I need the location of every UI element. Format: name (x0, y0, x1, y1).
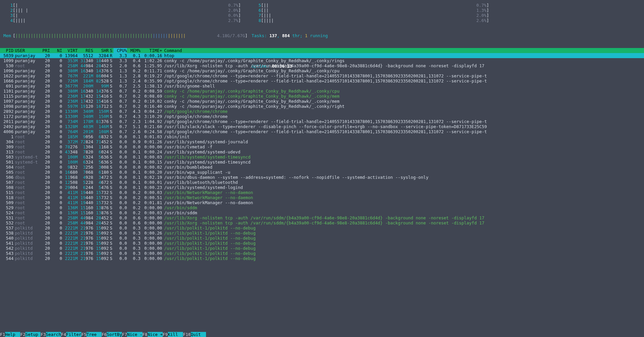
fn-key[interactable]: F1 (0, 332, 5, 337)
col-pri[interactable]: PRI (40, 48, 50, 53)
col-res[interactable]: RES (78, 48, 93, 53)
table-row[interactable]: 532root200258M4498428452S0.00.60:00.00/u… (0, 220, 644, 225)
fn-label[interactable]: Nice - (127, 332, 142, 337)
col-ni[interactable]: NI (50, 48, 62, 53)
table-row[interactable]: 540polkitd2002221M2197615092S0.00.30:00.… (0, 236, 644, 241)
process-table-body[interactable]: 5039puranjay2001396455123284R3.30.10:00.… (0, 53, 644, 332)
col-virt[interactable]: VIRT (62, 48, 78, 53)
table-row[interactable]: 530root200258M4498428452S2.00.61:25.95/u… (0, 63, 644, 68)
fn-key[interactable]: F5 (81, 332, 86, 337)
table-row[interactable]: 5039puranjay2001396455123284R3.30.10:00.… (0, 53, 644, 58)
table-row[interactable]: 304root200372M7282471452S0.00.90:01.26/u… (0, 139, 644, 144)
fn-label[interactable]: Quit (191, 332, 206, 337)
table-row[interactable]: 518root200411M1944015732S0.00.20:00.51/u… (0, 195, 644, 200)
cpu-meters-right: 5[||0.7%]6[||1.3%]7[|||2.0%]8[||||2.6%] (252, 3, 495, 23)
table-row[interactable]: 1root200185M90566832S0.00.10:01.03/sbin/… (0, 134, 644, 139)
table-row[interactable]: 1097puranjay200236M1743215416S0.70.20:10… (0, 99, 644, 104)
table-row[interactable]: 2892puranjay2001330M340M150MS0.74.30:04.… (0, 109, 644, 114)
fn-key[interactable]: F2 (20, 332, 25, 337)
fn-label[interactable]: SortBy (107, 332, 122, 337)
fn-key[interactable]: F9 (163, 332, 168, 337)
table-row[interactable]: 543polkitd2002221M2197615092S0.00.30:00.… (0, 251, 644, 256)
table-row[interactable]: 501systemd-t200100M63245636S0.00.10:00.1… (0, 160, 644, 165)
col-shr[interactable]: SHR (93, 48, 109, 53)
table-row[interactable]: 505root2001668070686180S0.00.10:00.20/us… (0, 170, 644, 175)
col-state[interactable]: S (109, 48, 113, 53)
fn-key[interactable]: F8 (143, 332, 148, 337)
table-row[interactable]: 1101puranjay200380M1634014376S0.70.20:08… (0, 89, 644, 94)
fn-label[interactable]: Nice + (148, 332, 163, 337)
table-row[interactable]: 1172puranjay2001330M340M150MS0.74.33:10.… (0, 114, 644, 119)
col-cpu[interactable]: CPU% (113, 48, 127, 53)
table-row[interactable]: 524root200136M1516013876S0.00.20:00.03/u… (0, 210, 644, 215)
process-table-header[interactable]: PIDUSERPRINIVIRTRESSHRSCPU%MEM%TIME+Comm… (0, 48, 644, 53)
fn-key[interactable]: F10 (183, 332, 191, 337)
fn-key[interactable]: F4 (61, 332, 66, 337)
table-row[interactable]: 515root200411M1944015732S0.00.20:00.03/u… (0, 190, 644, 195)
table-row[interactable]: 508root2002900462445476S0.00.10:00.23/us… (0, 185, 644, 190)
table-row[interactable]: 2011puranjay200734M178M81376S0.72.31:04.… (0, 119, 644, 124)
fn-label[interactable]: Help (5, 332, 20, 337)
col-user[interactable]: USER (14, 48, 40, 53)
fn-key[interactable]: F3 (41, 332, 46, 337)
cpu-meters-left: 1[|0.7%]2[||| |2.0%]3[|0.0%]4[||||2.7%] (3, 3, 247, 23)
table-row[interactable]: 542polkitd2002221M2197615092S0.00.30:00.… (0, 246, 644, 251)
table-row[interactable]: 544polkitd2002221M2197615092S0.00.30:00.… (0, 256, 644, 261)
fn-label[interactable]: Setup (25, 332, 41, 337)
table-row[interactable]: 4006puranjay200764M201M108MS0.72.60:24.5… (0, 129, 644, 134)
table-row[interactable]: 313root2004334878206024S0.00.10:00.24/us… (0, 149, 644, 154)
fn-key[interactable]: F7 (122, 332, 127, 337)
table-row[interactable]: 507root2001250852284672S0.00.10:00.01/us… (0, 180, 644, 185)
table-row[interactable]: 1096puranjay200380M1634014376S1.30.20:11… (0, 68, 644, 73)
table-row[interactable]: 503systemd-t200100M63245636S0.00.10:00.0… (0, 154, 644, 160)
col-time[interactable]: TIME+ (140, 48, 162, 53)
cpu-meter: 5[||0.7%] (252, 3, 495, 8)
fn-label[interactable]: Tree (86, 332, 102, 337)
table-row[interactable]: 1622puranjay200767M221M86004S1.32.80:19.… (0, 73, 644, 78)
table-row[interactable]: 531root200258M4498428452S0.00.60:00.00/u… (0, 215, 644, 220)
table-row[interactable]: 506dbus2001196849283472S0.00.10:02.19/us… (0, 175, 644, 180)
mem-meter: Mem[||||||||||||||||||||||||||||||||||||… (3, 33, 247, 38)
table-row[interactable]: 537polkitd2002221M2197615092S0.00.30:00.… (0, 225, 644, 231)
cpu-meter: 6[||1.3%] (252, 8, 495, 13)
cpu-meter: 1[|0.7%] (3, 3, 247, 8)
fn-label[interactable]: Kill (168, 332, 183, 337)
cpu-meter: 3[|0.0%] (3, 13, 247, 18)
col-pid[interactable]: PID (0, 48, 14, 53)
fn-key[interactable]: F6 (102, 332, 107, 337)
cpu-meter: 7[|||2.0%] (252, 13, 495, 18)
table-row[interactable]: 1666puranjay200726M184M82528S1.32.40:35.… (0, 78, 644, 83)
table-row[interactable]: 691puranjay2003677M200M99MS0.72.51:38.13… (0, 83, 644, 89)
table-row[interactable]: 309root2007827613041168S0.00.00:00.00/us… (0, 144, 644, 149)
cpu-meter: 8[||||2.6%] (252, 18, 495, 23)
table-row[interactable]: 529root200136M1516013876S0.00.20:00.00/u… (0, 205, 644, 210)
fn-label[interactable]: Filter (66, 332, 81, 337)
function-key-bar: F1Help F2Setup F3SearchF4FilterF5Tree F6… (0, 332, 644, 337)
table-row[interactable]: 541polkitd2002221M2197615092S0.00.30:00.… (0, 241, 644, 246)
table-row[interactable]: 1099puranjay200353M3134018440S3.30.41:02… (0, 58, 644, 63)
cpu-meter: 2[||| |2.0%] (3, 8, 247, 13)
table-row[interactable]: 1098puranjay200597M1912016712S0.70.20:16… (0, 104, 644, 109)
tasks-line: Tasks: 137, 884 thr; 1 running (252, 33, 328, 38)
col-command[interactable]: Command (162, 48, 635, 53)
table-row[interactable]: 2492puranjay2001328M403M146MS0.75.10:21.… (0, 124, 644, 129)
col-mem[interactable]: MEM% (127, 48, 140, 53)
table-row[interactable]: 509root200411M1944015732S0.00.20:01.81/u… (0, 200, 644, 205)
cpu-meter: 4[||||2.7%] (3, 18, 247, 23)
table-row[interactable]: 538polkitd2002221M2197615092S0.00.30:00.… (0, 231, 644, 236)
fn-label[interactable]: Search (46, 332, 61, 337)
table-row[interactable]: 1115puranjay200236M1743215416S0.70.20:08… (0, 94, 644, 99)
table-row[interactable]: 504root200983232563008S0.00.00:00.02/usr… (0, 165, 644, 170)
